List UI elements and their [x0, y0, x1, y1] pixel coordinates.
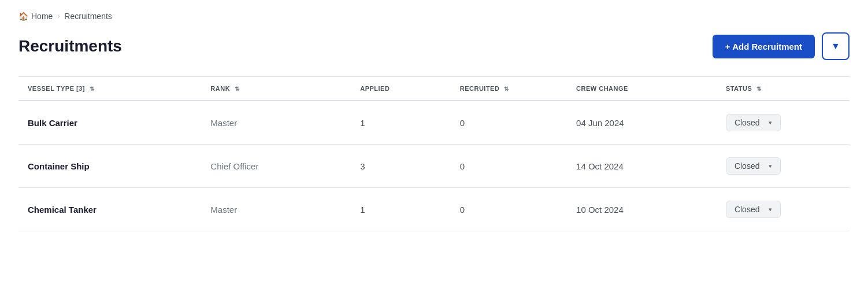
status-dropdown-0[interactable]: Closed ▾ [726, 114, 781, 131]
chevron-down-icon: ▾ [769, 163, 772, 170]
filter-icon: ▼ [831, 41, 840, 51]
column-header-recruited[interactable]: RECRUITED ⇅ [451, 77, 567, 101]
status-label-2: Closed [735, 205, 760, 214]
cell-rank-0: Master [201, 101, 351, 145]
add-recruitment-button[interactable]: + Add Recruitment [713, 35, 815, 58]
cell-recruited-1: 0 [451, 145, 567, 188]
cell-rank-1: Chief Officer [201, 145, 351, 188]
breadcrumb-home-link[interactable]: 🏠 Home [18, 12, 53, 21]
column-header-crew-change: CREW CHANGE [567, 77, 717, 101]
home-icon: 🏠 [18, 12, 28, 21]
breadcrumb: 🏠 Home › Recruitments [18, 12, 850, 21]
column-header-status[interactable]: STATUS ⇅ [717, 77, 850, 101]
cell-crew-change-2: 10 Oct 2024 [567, 188, 717, 231]
sort-icon-recruited: ⇅ [504, 86, 509, 92]
column-vessel-type-label: VESSEL TYPE [3] [28, 85, 85, 92]
cell-vessel-type-0: Bulk Carrier [18, 101, 201, 145]
column-applied-label: APPLIED [360, 85, 390, 92]
column-header-applied: APPLIED [351, 77, 451, 101]
filter-button[interactable]: ▼ [822, 32, 850, 60]
page-title: Recruitments [18, 37, 122, 56]
cell-vessel-type-2: Chemical Tanker [18, 188, 201, 231]
cell-crew-change-1: 14 Oct 2024 [567, 145, 717, 188]
cell-applied-1: 3 [351, 145, 451, 188]
table-row[interactable]: Bulk Carrier Master 1 0 04 Jun 2024 Clos… [18, 101, 850, 145]
column-recruited-label: RECRUITED [460, 85, 500, 92]
page-header: Recruitments + Add Recruitment ▼ [18, 32, 850, 60]
status-dropdown-1[interactable]: Closed ▾ [726, 157, 781, 175]
cell-applied-0: 1 [351, 101, 451, 145]
cell-crew-change-0: 04 Jun 2024 [567, 101, 717, 145]
cell-applied-2: 1 [351, 188, 451, 231]
column-header-rank[interactable]: RANK ⇅ [201, 77, 351, 101]
table-row[interactable]: Chemical Tanker Master 1 0 10 Oct 2024 C… [18, 188, 850, 231]
cell-vessel-type-1: Container Ship [18, 145, 201, 188]
cell-status-1: Closed ▾ [717, 145, 850, 188]
chevron-down-icon: ▾ [769, 119, 772, 127]
sort-icon-vessel-type: ⇅ [90, 86, 95, 92]
column-status-label: STATUS [726, 85, 752, 92]
sort-icon-rank: ⇅ [235, 86, 240, 92]
column-header-vessel-type[interactable]: VESSEL TYPE [3] ⇅ [18, 77, 201, 101]
cell-recruited-0: 0 [451, 101, 567, 145]
status-label-0: Closed [735, 118, 760, 127]
cell-status-2: Closed ▾ [717, 188, 850, 231]
cell-recruited-2: 0 [451, 188, 567, 231]
sort-icon-status: ⇅ [756, 86, 762, 92]
chevron-down-icon: ▾ [769, 206, 772, 213]
table-header-row: VESSEL TYPE [3] ⇅ RANK ⇅ APPLIED RECRUIT… [18, 77, 850, 101]
status-dropdown-2[interactable]: Closed ▾ [726, 201, 781, 218]
cell-rank-2: Master [201, 188, 351, 231]
status-label-1: Closed [735, 161, 760, 171]
table-row[interactable]: Container Ship Chief Officer 3 0 14 Oct … [18, 145, 850, 188]
breadcrumb-separator: › [57, 12, 60, 20]
recruitments-table: VESSEL TYPE [3] ⇅ RANK ⇅ APPLIED RECRUIT… [18, 76, 850, 231]
column-rank-label: RANK [210, 85, 230, 92]
cell-status-0: Closed ▾ [717, 101, 850, 145]
column-crew-change-label: CREW CHANGE [576, 85, 628, 92]
header-actions: + Add Recruitment ▼ [713, 32, 850, 60]
breadcrumb-current: Recruitments [64, 12, 112, 21]
breadcrumb-home-label: Home [31, 12, 53, 21]
